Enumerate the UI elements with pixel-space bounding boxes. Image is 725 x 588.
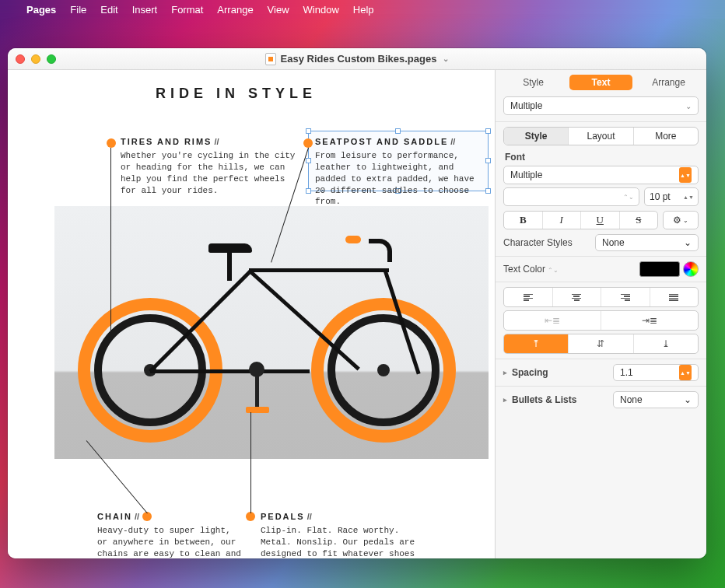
spacing-stepper-icon[interactable]: ▲▼ [679,365,692,380]
outdent-button[interactable]: ⇤≣ [504,311,601,330]
horizontal-alignment [503,287,699,307]
slashes: // [132,512,139,521]
bullets-value: None [620,394,643,405]
tab-style[interactable]: Style [502,75,565,90]
resize-handle[interactable] [485,188,491,194]
align-center-button[interactable] [553,288,602,306]
font-size-field[interactable]: 10 pt ▲▼ [644,187,699,206]
menu-format[interactable]: Format [171,4,203,16]
seat-body: From leisure to performance, leather to … [315,150,486,208]
slashes: // [448,137,455,146]
underline-button[interactable]: U [581,212,620,229]
subtab-more[interactable]: More [634,128,698,145]
bold-button[interactable]: B [504,212,543,229]
spacing-label: Spacing [512,367,548,378]
inspector-tabs: Style Text Arrange [496,70,706,93]
tires-body: Whether you're cycling in the city or he… [121,150,299,196]
bike-photo[interactable] [54,206,489,459]
font-family-popup[interactable]: Multiple ▲▼ [503,166,699,184]
valign-top-button[interactable]: ⤒ [504,334,569,353]
close-button[interactable] [16,54,25,64]
menu-view[interactable]: View [268,4,289,16]
callout-chain[interactable]: CHAIN // Heavy-duty to super light, or a… [97,512,245,558]
text-color-label: Text Color ⌃⌄ [503,264,589,275]
rear-wheel-graphic [311,298,456,443]
titlebar[interactable]: Easy Rides Custom Bikes.pages ⌄ [8,48,706,70]
indent-button[interactable]: ⇥≣ [601,311,698,330]
disclosure-icon[interactable]: ▸ [503,369,507,376]
menu-file[interactable]: File [70,4,86,16]
align-justify-button[interactable] [650,288,699,306]
advanced-options-button[interactable]: ⚙︎⌄ [663,211,699,229]
text-color-swatch[interactable] [639,261,680,277]
bullets-label: Bullets & Lists [512,394,576,405]
gear-icon: ⚙︎ [673,215,681,226]
indent-controls: ⇤≣ ⇥≣ [503,310,699,331]
menu-arrange[interactable]: Arrange [217,4,253,16]
callout-pedals[interactable]: PEDALS // Clip-in. Flat. Race worthy. Me… [261,512,424,558]
character-styles-value: None [602,237,625,248]
line-spacing-value: 1.1 [620,367,633,378]
subtab-layout[interactable]: Layout [569,128,633,145]
font-label: Font [505,152,697,163]
document-icon [265,53,276,65]
minimize-button[interactable] [31,54,40,64]
resize-handle[interactable] [306,128,311,134]
resize-handle[interactable] [306,188,311,194]
lead-line [110,148,111,331]
callout-tires[interactable]: TIRES AND RIMS // Whether you're cycling… [121,137,299,196]
resize-handle[interactable] [395,128,401,134]
menu-bar[interactable]: Pages File Edit Insert Format Arrange Vi… [0,0,725,19]
resize-handle[interactable] [485,128,491,134]
document-canvas[interactable]: RIDE IN STYLE TIRES AND RIMS // Whether … [8,70,495,558]
chain-body: Heavy-duty to super light, or anywhere i… [97,525,245,558]
menu-edit[interactable]: Edit [100,4,117,16]
seat-title: SEATPOST AND SADDLE [315,137,448,146]
chevron-down-icon: ⌄ [683,217,688,224]
vertical-alignment: ⤒ ⇵ ⤓ [503,334,699,354]
typeface-popup[interactable]: ⌃⌄ [503,187,639,206]
tires-title: TIRES AND RIMS [121,137,212,146]
app-window: Easy Rides Custom Bikes.pages ⌄ RIDE IN … [8,48,706,558]
marker-dot [107,138,116,148]
window-controls [16,54,56,64]
callout-seatpost[interactable]: SEATPOST AND SADDLE // From leisure to p… [315,137,486,208]
title-chevron-icon[interactable]: ⌄ [443,54,449,63]
character-styles-popup[interactable]: None ⌄ [595,234,699,251]
italic-button[interactable]: I [543,212,582,229]
text-subtabs: Style Layout More [503,127,699,145]
chevron-down-icon: ⌄ [684,237,692,248]
chevron-down-icon: ⌄ [684,394,692,405]
align-left-button[interactable] [504,288,553,306]
subtab-style[interactable]: Style [504,128,569,145]
strikethrough-button[interactable]: S [620,212,658,229]
lead-line [250,412,251,513]
slashes: // [212,137,219,146]
pedals-body: Clip-in. Flat. Race worthy. Metal. Nonsl… [261,525,424,558]
resize-handle[interactable] [485,158,491,163]
character-styles-label: Character Styles [503,237,589,248]
color-wheel-button[interactable] [683,261,699,277]
font-style-strip: B I U S [503,211,658,229]
align-right-button[interactable] [601,288,650,306]
font-family-value: Multiple [510,170,542,180]
paragraph-style-popup[interactable]: Multiple ⌄ [503,96,699,115]
valign-bottom-button[interactable]: ⤓ [634,334,698,353]
zoom-button[interactable] [47,54,56,64]
font-size-value: 10 pt [650,191,671,202]
disclosure-icon[interactable]: ▸ [503,396,507,404]
menu-window[interactable]: Window [303,4,339,16]
tab-arrange[interactable]: Arrange [637,75,700,90]
app-menu[interactable]: Pages [26,4,56,16]
font-family-stepper-icon[interactable]: ▲▼ [679,167,692,183]
menu-insert[interactable]: Insert [132,4,158,16]
bullets-popup[interactable]: None ⌄ [613,391,699,408]
font-size-stepper[interactable]: ▲▼ [684,188,693,205]
menu-help[interactable]: Help [353,4,374,16]
paragraph-style-value: Multiple [510,100,542,111]
tab-text[interactable]: Text [569,75,632,90]
valign-middle-button[interactable]: ⇵ [569,334,633,353]
headline[interactable]: RIDE IN STYLE [156,86,489,102]
resize-handle[interactable] [306,158,311,163]
line-spacing-field[interactable]: 1.1 ▲▼ [613,364,699,381]
